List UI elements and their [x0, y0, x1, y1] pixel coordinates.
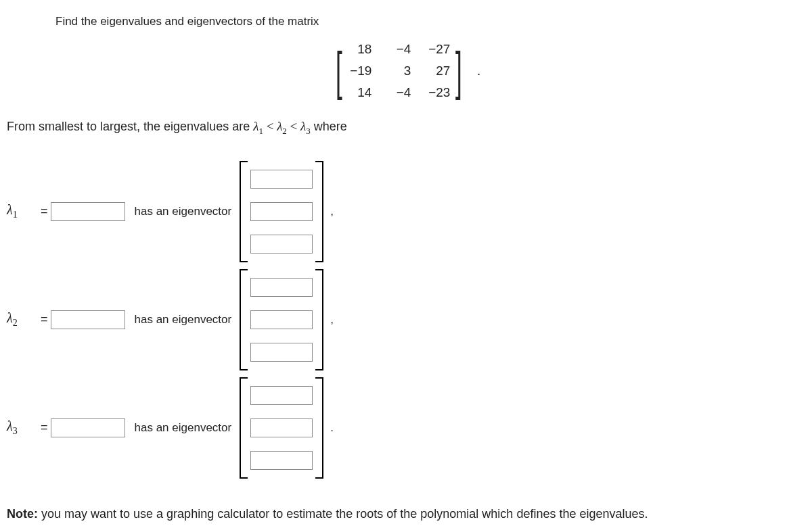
matrix-cell: 3	[386, 64, 411, 78]
eigenvector-3-component-2[interactable]	[250, 418, 313, 437]
vector-right-bracket	[318, 377, 323, 479]
vector-left-bracket	[240, 269, 245, 370]
eigenvector-2-component-3[interactable]	[250, 343, 313, 362]
note-bold: Note:	[7, 507, 38, 521]
eigenvector-3-component-1[interactable]	[250, 386, 313, 405]
lambda-2-label: λ2	[7, 310, 41, 329]
row-separator: ,	[330, 313, 334, 327]
matrix-cell: −4	[386, 42, 411, 57]
eigenvalue-row-1: λ1 = has an eigenvector ,	[7, 158, 805, 265]
lambda-1-input[interactable]	[51, 202, 125, 221]
matrix-cell: −23	[426, 85, 450, 100]
matrix-cell: −4	[386, 85, 411, 100]
row-separator: ,	[330, 205, 334, 218]
question-prompt: Find the eigenvalues and eigenvectors of…	[55, 15, 805, 28]
matrix-cell: 18	[347, 42, 371, 57]
eigenvalue-row-2: λ2 = has an eigenvector ,	[7, 266, 805, 373]
vector-left-bracket	[240, 161, 245, 262]
matrix-right-bracket: ]	[455, 49, 462, 93]
matrix-cell: −27	[426, 42, 450, 57]
eigenvalue-row-3: λ3 = has an eigenvector .	[7, 375, 805, 481]
matrix-cell: 14	[347, 85, 371, 100]
has-eigenvector-label: has an eigenvector	[135, 421, 232, 435]
eigenvector-1-component-2[interactable]	[250, 202, 313, 221]
lambda-3-input[interactable]	[51, 418, 125, 437]
matrix-cell: 27	[426, 64, 450, 78]
eigenvector-1-component-3[interactable]	[250, 235, 313, 254]
vector-right-bracket	[318, 269, 323, 370]
eigenvector-1-component-1[interactable]	[250, 170, 313, 189]
matrix-cell: −19	[347, 64, 371, 78]
equals-sign: =	[41, 204, 48, 218]
matrix-left-bracket: [	[336, 49, 342, 93]
matrix-display: [ 18 −4 −27 −19 3 27 14 −4 −23 ] .	[7, 42, 805, 100]
eigenvector-2	[240, 269, 323, 370]
ordering-statement: From smallest to largest, the eigenvalue…	[7, 119, 805, 137]
eigenvector-1	[240, 161, 323, 262]
eigenvector-2-component-2[interactable]	[250, 310, 313, 329]
eigenvector-3	[240, 377, 323, 479]
lambda-3-label: λ3	[7, 418, 41, 437]
matrix-period: .	[477, 64, 480, 78]
lambda-1-label: λ1	[7, 202, 41, 220]
eigenvector-3-component-3[interactable]	[250, 451, 313, 470]
note-text: Note: you may want to use a graphing cal…	[7, 507, 805, 521]
equals-sign: =	[41, 312, 48, 327]
eigenvalue-rows: λ1 = has an eigenvector , λ2 = has an ei…	[7, 158, 805, 481]
equals-sign: =	[41, 421, 48, 435]
row-terminator: .	[330, 421, 334, 435]
vector-right-bracket	[318, 161, 323, 262]
lambda-2-input[interactable]	[51, 310, 125, 329]
matrix-grid: 18 −4 −27 −19 3 27 14 −4 −23	[346, 42, 451, 100]
has-eigenvector-label: has an eigenvector	[135, 313, 232, 327]
vector-left-bracket	[240, 377, 245, 479]
eigenvector-2-component-1[interactable]	[250, 278, 313, 297]
has-eigenvector-label: has an eigenvector	[135, 205, 232, 218]
